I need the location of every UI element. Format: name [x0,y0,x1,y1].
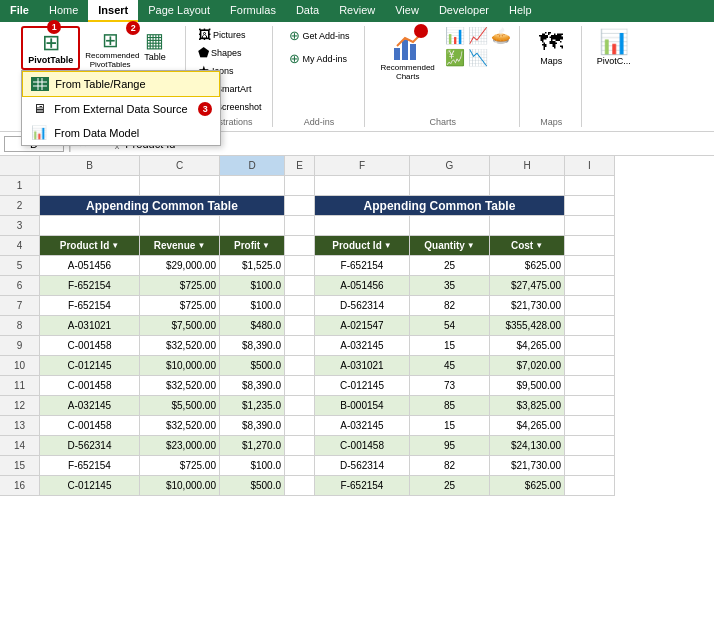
cell-F5[interactable]: F-652154 [315,256,410,276]
title-cell[interactable]: Appending Common Table [40,196,285,216]
cell-B15[interactable]: F-652154 [40,456,140,476]
pivot-table-button[interactable]: ⊞ PivotTable 1 From Table/Range [21,26,80,70]
cell-G6[interactable]: 35 [410,276,490,296]
cell-H10[interactable]: $7,020.00 [490,356,565,376]
cell-B10[interactable]: C-012145 [40,356,140,376]
cell-C16[interactable]: $10,000.00 [140,476,220,496]
cell-E5[interactable] [285,256,315,276]
cell-H6[interactable]: $27,475.00 [490,276,565,296]
cell-D13[interactable]: $8,390.0 [220,416,285,436]
cell-C1[interactable] [140,176,220,196]
cell-D6[interactable]: $100.0 [220,276,285,296]
get-addins-button[interactable]: ⊕ Get Add-ins [287,26,352,45]
cell-F1[interactable] [315,176,410,196]
row-header-15[interactable]: 15 [0,456,40,476]
pictures-button[interactable]: 🖼 Pictures [196,26,248,43]
left-hdr-product-id[interactable]: Product Id ▼ [40,236,140,256]
cell-E9[interactable] [285,336,315,356]
tab-help[interactable]: Help [499,0,542,22]
cell-H14[interactable]: $24,130.00 [490,436,565,456]
cell-E4[interactable] [285,236,315,256]
row-header-14[interactable]: 14 [0,436,40,456]
cell-E7[interactable] [285,296,315,316]
row-header-3[interactable]: 3 [0,216,40,236]
recommended-pivot-button[interactable]: ⊞ RecommendedPivotTables 2 [82,26,138,72]
cell-D14[interactable]: $1,270.0 [220,436,285,456]
pie-chart-button[interactable]: 🥧 [491,26,511,45]
cell-C15[interactable]: $725.00 [140,456,220,476]
cell-H8[interactable]: $355,428.00 [490,316,565,336]
cell-G3[interactable] [410,216,490,236]
row-header-6[interactable]: 6 [0,276,40,296]
cell-E6[interactable] [285,276,315,296]
cell-F12[interactable]: B-000154 [315,396,410,416]
table-button[interactable]: ▦ Table [140,26,170,64]
row-header-2[interactable]: 2 [0,196,40,216]
tab-page-layout[interactable]: Page Layout [138,0,220,22]
cell-I13[interactable] [565,416,615,436]
cell-I6[interactable] [565,276,615,296]
cell-H9[interactable]: $4,265.00 [490,336,565,356]
cell-D15[interactable]: $100.0 [220,456,285,476]
col-header-D[interactable]: D [220,156,285,176]
cell-D12[interactable]: $1,235.0 [220,396,285,416]
cell-D16[interactable]: $500.0 [220,476,285,496]
left-hdr-revenue[interactable]: Revenue ▼ [140,236,220,256]
cell-I14[interactable] [565,436,615,456]
cell-F13[interactable]: A-032145 [315,416,410,436]
tab-insert[interactable]: Insert [88,0,138,22]
tab-developer[interactable]: Developer [429,0,499,22]
cell-G14[interactable]: 95 [410,436,490,456]
cell-D1[interactable] [220,176,285,196]
cell-G10[interactable]: 45 [410,356,490,376]
cell-I4[interactable] [565,236,615,256]
cell-E11[interactable] [285,376,315,396]
col-header-I[interactable]: I [565,156,615,176]
cell-D5[interactable]: $1,525.0 [220,256,285,276]
col-header-G[interactable]: G [410,156,490,176]
cell-I15[interactable] [565,456,615,476]
cell-I16[interactable] [565,476,615,496]
tab-file[interactable]: File [0,0,39,22]
row-header-16[interactable]: 16 [0,476,40,496]
tab-review[interactable]: Review [329,0,385,22]
row-header-1[interactable]: 1 [0,176,40,196]
tab-formulas[interactable]: Formulas [220,0,286,22]
cell-D9[interactable]: $8,390.0 [220,336,285,356]
row-header-8[interactable]: 8 [0,316,40,336]
cell-E12[interactable] [285,396,315,416]
right-hdr-quantity[interactable]: Quantity ▼ [410,236,490,256]
cell-H13[interactable]: $4,265.00 [490,416,565,436]
cell-B16[interactable]: C-012145 [40,476,140,496]
cell-I5[interactable] [565,256,615,276]
cell-F16[interactable]: F-652154 [315,476,410,496]
scatter-chart-button[interactable]: 💹 [445,48,465,67]
cell-G11[interactable]: 73 [410,376,490,396]
cell-E1[interactable] [285,176,315,196]
cell-C14[interactable]: $23,000.00 [140,436,220,456]
dropdown-from-table[interactable]: From Table/Range [22,71,220,97]
cell-G9[interactable]: 15 [410,336,490,356]
cell-B8[interactable]: A-031021 [40,316,140,336]
cell-D8[interactable]: $480.0 [220,316,285,336]
cell-C13[interactable]: $32,520.00 [140,416,220,436]
col-header-H[interactable]: H [490,156,565,176]
cell-H5[interactable]: $625.00 [490,256,565,276]
my-addins-button[interactable]: ⊕ My Add-ins [287,49,350,68]
cell-G1[interactable] [410,176,490,196]
cell-G12[interactable]: 85 [410,396,490,416]
tab-data[interactable]: Data [286,0,329,22]
cell-I8[interactable] [565,316,615,336]
cell-B9[interactable]: C-001458 [40,336,140,356]
cell-F7[interactable]: D-562314 [315,296,410,316]
cell-C6[interactable]: $725.00 [140,276,220,296]
cell-E3[interactable] [285,216,315,236]
bar-chart-button[interactable]: 📊 [445,26,465,45]
cell-C7[interactable]: $725.00 [140,296,220,316]
right-hdr-product-id[interactable]: Product Id ▼ [315,236,410,256]
area-chart-button[interactable]: 📉 [468,48,488,67]
cell-B5[interactable]: A-051456 [40,256,140,276]
cell-I2[interactable] [565,196,615,216]
row-header-12[interactable]: 12 [0,396,40,416]
cell-C5[interactable]: $29,000.00 [140,256,220,276]
